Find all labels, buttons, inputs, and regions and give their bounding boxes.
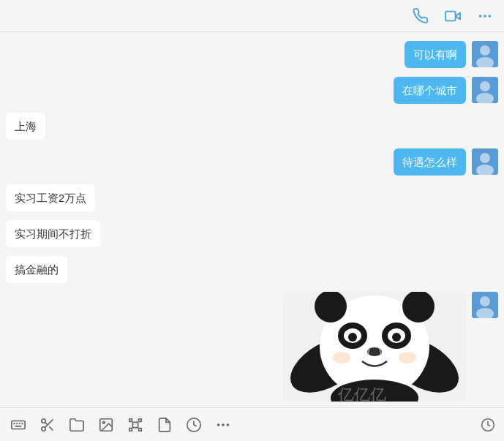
message-row: 在哪个城市 [6,77,498,104]
svg-point-3 [484,15,486,18]
message-row: 可以有啊 [6,41,498,68]
bubble-sent: 在哪个城市 [394,77,466,104]
svg-rect-47 [132,422,138,427]
message-row: 待遇怎么样 [6,148,498,176]
message-row: 亿亿亿 [6,292,498,402]
top-toolbar [0,0,504,32]
svg-point-29 [367,347,382,356]
svg-point-15 [480,296,490,306]
file-icon[interactable] [155,415,174,434]
svg-point-6 [480,45,490,56]
message-row: 搞金融的 [6,256,498,283]
svg-line-44 [45,422,48,425]
svg-rect-34 [12,421,25,429]
capture-icon[interactable] [126,415,145,434]
more-options-icon[interactable] [475,6,495,26]
svg-point-46 [102,421,105,423]
avatar [472,148,498,175]
message-row: 实习工资2万点 [6,184,498,211]
scissors-icon[interactable] [38,415,57,434]
svg-point-12 [480,153,490,163]
svg-line-43 [49,426,53,430]
video-icon[interactable] [443,6,463,26]
clock-icon[interactable] [184,415,203,434]
bubble-received: 搞金融的 [6,256,67,283]
svg-point-4 [489,15,492,18]
panda-meme-image: 亿亿亿 [283,292,466,402]
svg-point-22 [402,292,435,323]
avatar [472,41,498,67]
keyboard-icon[interactable] [9,415,28,434]
svg-point-21 [315,292,347,323]
svg-rect-1 [445,11,456,20]
bottom-toolbar [0,407,504,441]
svg-point-30 [333,352,350,363]
message-row: 实习期间不打折 [6,220,498,247]
bubble-received: 实习期间不打折 [6,220,100,247]
svg-point-51 [227,423,230,426]
chat-area: 可以有啊 在哪个城市 上海 待遇怎么样 实习工资2万点 [0,32,504,407]
svg-text:亿亿亿: 亿亿亿 [337,385,386,402]
svg-point-27 [348,333,357,342]
phone-icon[interactable] [410,6,431,26]
image-icon[interactable] [97,415,116,434]
bubble-sent: 可以有啊 [405,41,466,68]
svg-point-49 [217,423,220,426]
folder-icon[interactable] [67,415,86,434]
bubble-received: 上海 [6,113,45,140]
svg-point-28 [392,333,401,342]
svg-point-41 [42,426,46,431]
svg-point-40 [42,418,46,423]
bottom-right-clock-icon[interactable] [481,418,495,432]
more-icon[interactable] [214,415,233,434]
avatar [472,77,498,103]
bubble-received: 实习工资2万点 [6,184,95,211]
bottom-left-icons [9,415,233,434]
svg-point-31 [399,352,416,363]
svg-point-9 [480,81,490,91]
message-row: 上海 [6,113,498,140]
avatar [472,292,498,318]
bubble-sent: 待遇怎么样 [394,148,466,176]
svg-point-2 [479,15,482,18]
svg-marker-0 [456,12,460,19]
svg-point-50 [222,423,225,426]
